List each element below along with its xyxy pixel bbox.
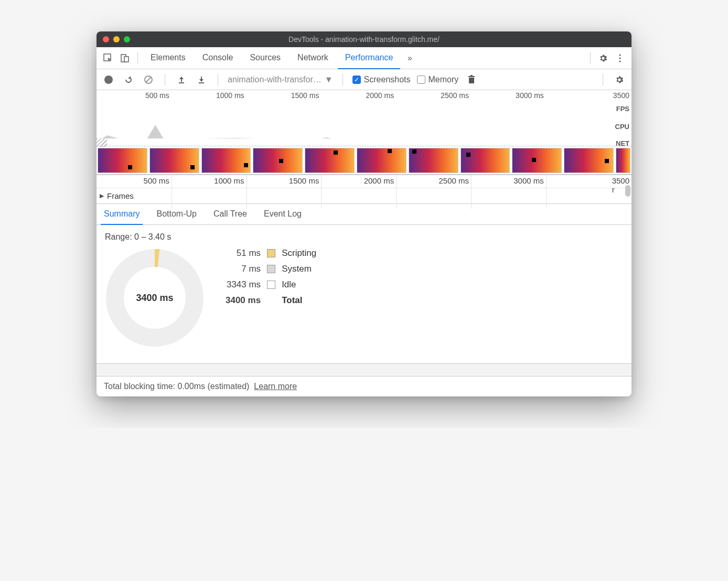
expand-icon: ▶ (100, 192, 104, 199)
screenshot-thumb[interactable] (357, 148, 406, 173)
maximize-window-button[interactable] (124, 36, 130, 42)
summary-pane: Range: 0 – 3.40 s 3400 ms 51 ms Scriptin… (97, 225, 631, 363)
legend-label: Idle (282, 279, 316, 290)
tick-label: 2000 ms (366, 91, 396, 100)
cpu-overview-chart (97, 124, 631, 138)
legend-total-value: 3400 ms (226, 295, 261, 306)
kebab-menu-icon[interactable] (613, 51, 627, 66)
fps-track-label: FPS (616, 105, 629, 113)
frames-label: Frames (107, 191, 134, 200)
blocking-time-text: Total blocking time: 0.00ms (estimated) (104, 382, 249, 391)
load-profile-button[interactable] (175, 73, 188, 87)
svg-line-7 (146, 77, 151, 82)
perf-toolbar: animation-with-transfor… ▼ ✓ Screenshots… (97, 69, 631, 90)
tick-label: 1500 ms (291, 91, 322, 100)
close-window-button[interactable] (103, 36, 109, 42)
more-tabs-button[interactable]: » (402, 51, 417, 66)
legend-swatch (267, 265, 275, 273)
legend-label: System (282, 264, 316, 274)
tab-performance[interactable]: Performance (338, 47, 401, 69)
overview-tracks: FPS CPU NET (97, 101, 631, 147)
tab-elements[interactable]: Elements (143, 47, 193, 69)
tab-sources[interactable]: Sources (242, 47, 288, 69)
legend-value: 51 ms (226, 248, 261, 259)
separator (218, 74, 218, 85)
legend-value: 3343 ms (226, 279, 261, 290)
device-toggle-icon[interactable] (117, 51, 132, 66)
svg-rect-12 (470, 75, 473, 76)
screenshot-thumb[interactable] (616, 148, 630, 173)
overview-divider (97, 146, 631, 146)
inspect-icon[interactable] (101, 51, 115, 66)
resize-handle[interactable] (97, 363, 631, 376)
legend-value: 7 ms (226, 264, 261, 274)
tick-label: 2500 ms (441, 91, 471, 100)
details-tabs: Summary Bottom-Up Call Tree Event Log (97, 204, 631, 225)
svg-rect-11 (468, 76, 475, 77)
checkbox-unchecked-icon (417, 76, 425, 84)
screenshot-thumb[interactable] (201, 148, 251, 173)
screenshot-thumb[interactable] (149, 148, 199, 173)
footer-status: Total blocking time: 0.00ms (estimated) … (97, 376, 631, 396)
separator (342, 74, 343, 85)
svg-rect-2 (124, 57, 129, 62)
separator (603, 74, 603, 85)
separator (165, 74, 165, 85)
legend-swatch (267, 281, 275, 289)
window-title: DevTools - animation-with-transform.glit… (97, 35, 631, 44)
delete-profile-button[interactable] (465, 73, 478, 87)
tab-event-log[interactable]: Event Log (261, 204, 305, 225)
tab-network[interactable]: Network (290, 47, 336, 69)
tab-console[interactable]: Console (195, 47, 241, 69)
window-controls (103, 36, 130, 42)
tab-summary[interactable]: Summary (101, 204, 143, 225)
screenshot-thumb[interactable] (253, 148, 303, 173)
devtools-window: DevTools - animation-with-transform.glit… (97, 31, 631, 396)
svg-rect-10 (469, 78, 474, 83)
screenshot-thumb[interactable] (564, 148, 614, 173)
screenshot-thumb[interactable] (461, 148, 510, 173)
screenshot-filmstrip[interactable] (97, 147, 631, 175)
overview-pane[interactable]: 500 ms 1000 ms 1500 ms 2000 ms 2500 ms 3… (97, 90, 631, 175)
legend-label: Scripting (282, 248, 316, 259)
svg-point-3 (619, 54, 620, 56)
screenshot-thumb[interactable] (305, 148, 355, 173)
tick-label: 2500 ms (438, 176, 471, 185)
vertical-scrollbar-thumb[interactable] (625, 185, 630, 197)
svg-point-4 (619, 57, 620, 59)
titlebar: DevTools - animation-with-transform.glit… (97, 31, 631, 47)
screenshot-thumb[interactable] (409, 148, 458, 173)
settings-icon[interactable] (596, 51, 611, 66)
capture-settings-icon[interactable] (613, 73, 626, 87)
tick-label: 1000 ms (214, 176, 247, 185)
profile-select[interactable]: animation-with-transfor… ▼ (228, 75, 333, 84)
tick-label: 1500 ms (289, 176, 322, 185)
screenshot-thumb[interactable] (512, 148, 562, 173)
separator (590, 52, 591, 64)
screenshots-label: Screenshots (364, 75, 411, 84)
screenshots-checkbox[interactable]: ✓ Screenshots (352, 75, 411, 84)
devtools-tabs: Elements Console Sources Network Perform… (97, 47, 631, 69)
screenshot-thumb[interactable] (98, 148, 147, 173)
flame-chart-pane[interactable]: 500 ms 1000 ms 1500 ms 2000 ms 2500 ms 3… (97, 175, 631, 204)
main-time-ruler: 500 ms 1000 ms 1500 ms 2000 ms 2500 ms 3… (97, 175, 631, 188)
learn-more-link[interactable]: Learn more (254, 382, 297, 391)
frames-track[interactable]: ▶ Frames (97, 188, 631, 203)
reload-button[interactable] (122, 73, 135, 87)
range-label: Range: 0 – 3.40 s (105, 232, 623, 242)
tick-label: 1000 ms (216, 91, 247, 100)
profile-select-label: animation-with-transfor… (228, 75, 322, 84)
clear-button[interactable] (142, 73, 155, 87)
tab-call-tree[interactable]: Call Tree (210, 204, 250, 225)
save-profile-button[interactable] (195, 73, 208, 87)
legend-swatch (267, 249, 275, 257)
tick-label: 3500 (613, 91, 631, 100)
svg-point-5 (619, 60, 620, 62)
memory-label: Memory (429, 75, 459, 84)
memory-checkbox[interactable]: Memory (417, 75, 459, 84)
record-button[interactable] (102, 73, 115, 87)
tab-bottom-up[interactable]: Bottom-Up (153, 204, 199, 225)
minimize-window-button[interactable] (113, 36, 120, 42)
chevron-down-icon: ▼ (325, 75, 333, 84)
svg-rect-9 (199, 82, 204, 83)
